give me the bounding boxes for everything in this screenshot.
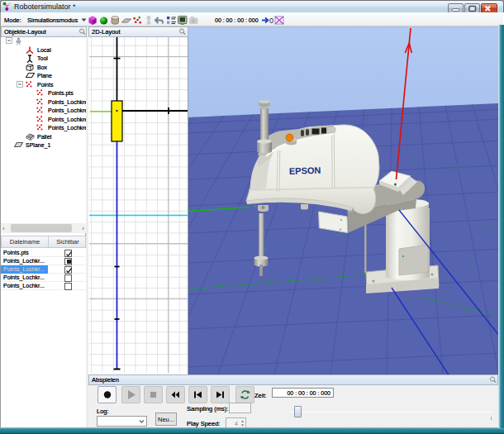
- svg-text:EPSON: EPSON: [289, 165, 321, 176]
- svg-text:0: 0: [269, 17, 273, 25]
